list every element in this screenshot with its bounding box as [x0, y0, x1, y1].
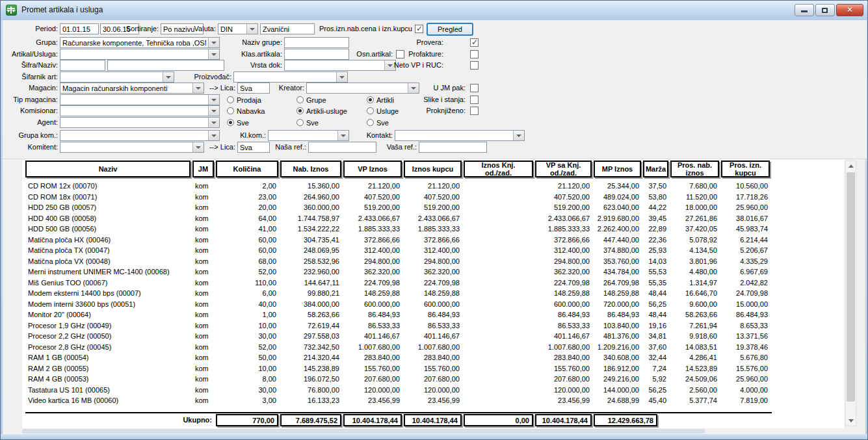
column-header-marza[interactable]: Marža [643, 161, 668, 177]
creator-combo[interactable] [306, 83, 419, 94]
chevron-down-icon[interactable] [208, 118, 219, 127]
persons-input[interactable] [237, 83, 270, 94]
images-checkbox[interactable] [470, 96, 479, 104]
chevron-down-icon[interactable] [208, 38, 219, 47]
creator-input[interactable] [307, 83, 408, 93]
our-ref-input[interactable] [308, 142, 376, 153]
persons2-input[interactable] [237, 142, 270, 153]
partner-class-combo[interactable] [268, 130, 349, 141]
currency-combo[interactable] [218, 23, 258, 34]
scroll-down-icon[interactable] [846, 415, 856, 426]
vertical-scrollbar[interactable] [845, 161, 856, 426]
radio-nabavka[interactable]: Nabavka [227, 105, 265, 116]
warehouse-combo[interactable] [60, 83, 204, 94]
commissioner-input[interactable] [60, 106, 208, 116]
commissioner-combo[interactable] [60, 105, 220, 116]
chevron-down-icon[interactable] [337, 131, 349, 140]
minimize-button[interactable] [795, 4, 814, 16]
column-header-vp-iznos[interactable]: VP Iznos [343, 161, 402, 177]
horizontal-scrollbar[interactable] [22, 428, 844, 434]
radio-artikli[interactable]: Artikli [367, 94, 394, 105]
column-header-pros-izn-kupcu[interactable]: Pros. izn. kupcu [721, 161, 770, 177]
vertical-scrollbar-thumb[interactable] [847, 172, 855, 402]
radio-artikli-usluge[interactable]: Artikli-usluge [296, 105, 347, 116]
contact-input[interactable] [395, 131, 513, 140]
radio-sve-1[interactable]: Sve [227, 117, 249, 128]
neto-checkbox[interactable] [470, 61, 479, 70]
partner-group-combo[interactable] [60, 130, 220, 141]
chevron-down-icon[interactable] [192, 142, 204, 152]
proforma-checkbox[interactable] [470, 50, 479, 58]
avg-prices-checkbox[interactable] [415, 25, 423, 33]
group-name-input[interactable] [284, 37, 349, 48]
cell-jm: kom [192, 396, 216, 406]
radio-sve-2[interactable]: Sve [296, 117, 319, 128]
chevron-down-icon[interactable] [192, 83, 204, 93]
warehouse-input[interactable] [60, 83, 192, 93]
radio-grupe[interactable]: Grupe [296, 94, 326, 105]
check-checkbox[interactable] [470, 38, 479, 47]
horizontal-scrollbar-thumb[interactable] [22, 429, 705, 434]
article-codebook-combo[interactable] [60, 71, 174, 83]
chevron-down-icon[interactable] [513, 131, 524, 140]
radio-prodaja[interactable]: Prodaja [227, 94, 261, 105]
manufacturer-combo[interactable] [233, 71, 348, 83]
column-header-kolicina[interactable]: Količina [216, 161, 278, 177]
your-ref-input[interactable] [419, 142, 487, 153]
name-input[interactable] [107, 60, 224, 71]
partner-input[interactable] [60, 142, 192, 152]
manufacturer-input[interactable] [234, 72, 336, 82]
chevron-down-icon[interactable] [246, 24, 257, 34]
jm-pack-checkbox[interactable] [470, 84, 479, 92]
contact-combo[interactable] [395, 130, 525, 141]
warehouse-type-combo[interactable] [60, 94, 220, 105]
close-button[interactable]: ✕ [836, 4, 863, 16]
partner-group-input[interactable] [60, 131, 208, 140]
cell-mp-iznos: 481.376,00 [594, 331, 643, 342]
column-header-iznos-knj[interactable]: Iznos Knj. od./zad. [464, 161, 533, 177]
article-service-combo[interactable] [60, 49, 220, 60]
column-header-naziv[interactable]: Naziv [25, 161, 191, 177]
scroll-up-icon[interactable] [846, 161, 856, 172]
column-header-nab-iznos[interactable]: Nab. Iznos [280, 161, 341, 177]
column-header-jm[interactable]: JM [192, 161, 214, 177]
posted-checkbox[interactable] [470, 107, 479, 115]
cell-vp-sa-knj: 407.520,00 [535, 192, 594, 203]
doc-type-input[interactable] [285, 60, 384, 70]
cell-vp-sa-knj: 283.840,00 [535, 353, 594, 363]
chevron-down-icon[interactable] [208, 106, 219, 116]
chevron-down-icon[interactable] [408, 83, 419, 93]
maximize-button[interactable] [815, 4, 835, 16]
chevron-down-icon[interactable] [208, 49, 219, 59]
cell-pros-izn-kupcu: 25.960,00 [721, 374, 772, 385]
column-header-vp-sa-knj[interactable]: VP sa Knj. od./zad. [535, 161, 592, 177]
article-service-input[interactable] [60, 49, 208, 59]
cell-iznos-kupcu: 519.200,00 [404, 203, 464, 213]
chevron-down-icon[interactable] [208, 95, 219, 105]
warehouse-type-input[interactable] [60, 95, 208, 105]
chevron-down-icon[interactable] [208, 131, 219, 140]
currency-kind-input[interactable] [260, 23, 315, 34]
cell-kolicina: 68,00 [216, 257, 280, 267]
chevron-down-icon[interactable] [336, 72, 347, 82]
column-header-mp-iznos[interactable]: MP Iznos [594, 161, 641, 177]
article-codebook-input[interactable] [60, 72, 163, 82]
cell-mp-iznos: 24.688,99 [594, 396, 643, 406]
code-input[interactable] [60, 60, 105, 71]
cell-nab-iznos: 732.342,50 [280, 343, 343, 353]
currency-input[interactable] [218, 24, 246, 34]
agent-input[interactable] [60, 118, 208, 127]
cell-vp-iznos: 372.866,66 [343, 235, 404, 246]
group-input[interactable] [60, 38, 208, 47]
group-combo[interactable] [60, 37, 220, 48]
column-header-iznos-kupcu[interactable]: Iznos kupcu [404, 161, 462, 177]
period-from-input[interactable] [60, 23, 99, 34]
radio-sve-3[interactable]: Sve [367, 117, 389, 128]
agent-combo[interactable] [60, 117, 220, 128]
partner-combo[interactable] [60, 142, 204, 153]
partner-class-input[interactable] [269, 131, 337, 140]
column-header-pros-nab-iznos[interactable]: Pros. nab. iznos [670, 161, 719, 177]
radio-usluge[interactable]: Usluge [367, 105, 399, 116]
chevron-down-icon[interactable] [163, 72, 174, 82]
preview-button[interactable]: Pregled [427, 23, 473, 36]
